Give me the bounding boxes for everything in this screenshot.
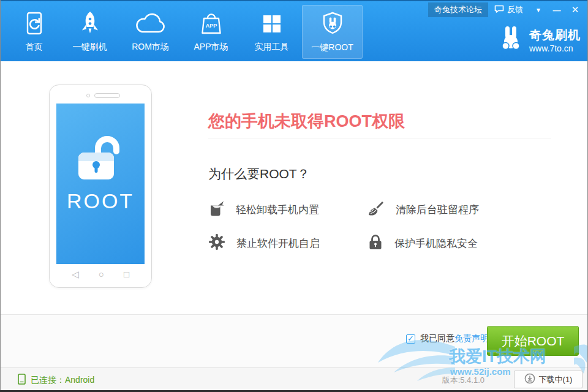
download-label: 下载中(1) [539, 374, 573, 385]
phone-speaker-slot [94, 93, 120, 98]
minimize-button[interactable]: — [548, 6, 566, 15]
connection-status: 已连接：Android [18, 374, 94, 386]
tab-tools[interactable]: 实用工具 [241, 5, 302, 59]
feedback-button[interactable]: 反馈 [488, 2, 529, 17]
download-circle-icon [524, 373, 535, 386]
agree-checkbox[interactable] [406, 334, 415, 344]
agree-label: 我已同意 [420, 333, 454, 344]
tab-flash[interactable]: 一键刷机 [59, 5, 120, 59]
android-recents-icon: □ [124, 269, 129, 280]
shield-rabbit-icon [320, 10, 345, 40]
app-bag-icon: APP [198, 10, 224, 39]
download-status-button[interactable]: 下载中(1) [514, 371, 582, 388]
grid-icon [260, 10, 284, 39]
phone-screen-root-label: ROOT [67, 189, 134, 213]
forum-button[interactable]: 奇兔技术论坛 [428, 2, 488, 17]
why-root-heading: 为什么要ROOT？ [208, 165, 310, 183]
feature-label: 保护手机隐私安全 [394, 236, 478, 251]
close-button[interactable]: ✕ [566, 4, 584, 15]
menu-chevron-down-icon[interactable]: ▼ [529, 7, 548, 13]
tab-rom-market[interactable]: ROM市场 [120, 5, 181, 59]
start-root-button[interactable]: 开始ROOT [487, 326, 579, 356]
disclaimer-link[interactable]: 免责声明 [454, 333, 489, 344]
home-refresh-icon [23, 10, 46, 39]
brand-name: 奇兔刷机 [529, 27, 581, 43]
brand-url: www.7to.cn [529, 43, 581, 53]
tab-label: 一键刷机 [73, 42, 107, 53]
phone-screen: ROOT [56, 104, 145, 264]
feedback-label: 反馈 [507, 4, 523, 15]
feature-label: 禁止软件开机自启 [236, 236, 320, 251]
lock-icon [368, 233, 383, 254]
tab-label: 首页 [26, 42, 43, 53]
titlebar-controls: 奇兔技术论坛 反馈 ▼ — ✕ [428, 3, 584, 17]
feature-uninstall: 轻松卸载手机内置 [208, 200, 319, 220]
green-phone-icon [18, 374, 26, 386]
android-back-icon: ◁ [72, 269, 79, 280]
connection-text: 已连接：Android [31, 375, 94, 386]
brush-icon [366, 200, 385, 220]
svg-text:APP: APP [205, 23, 217, 29]
feature-autostart: 禁止软件开机自启 [208, 233, 320, 253]
uninstall-icon [208, 200, 225, 220]
cloud-icon [135, 10, 167, 39]
phone-camera-dot [86, 94, 90, 97]
feature-privacy: 保护手机隐私安全 [368, 233, 478, 254]
tab-label: ROM市场 [132, 42, 169, 53]
version-text: 版本:5.4.1.0 [442, 375, 484, 386]
tab-app-market[interactable]: APP APP市场 [181, 5, 241, 59]
speech-bubble-icon [494, 5, 504, 15]
agree-row: 我已同意 免责声明 [406, 333, 489, 344]
tab-one-key-root[interactable]: 一键ROOT [302, 5, 363, 59]
app-window: 首页 一键刷机 [0, 0, 588, 392]
feature-label: 轻松卸载手机内置 [236, 203, 319, 217]
title-divider [208, 138, 551, 138]
header: 首页 一键刷机 [0, 0, 588, 61]
tab-home[interactable]: 首页 [9, 5, 59, 59]
tab-label: APP市场 [194, 42, 228, 53]
status-bar: 已连接：Android 版本:5.4.1.0 下载中(1) [1, 368, 587, 390]
phone-nav-buttons: ◁ ○ □ [50, 269, 151, 280]
feature-label: 清除后台驻留程序 [396, 203, 479, 217]
phone-illustration: ROOT ◁ ○ □ [49, 85, 152, 288]
rabbit-logo-icon [497, 24, 524, 55]
tab-label: 实用工具 [255, 42, 289, 53]
feature-clean: 清除后台驻留程序 [366, 200, 479, 220]
unlocked-padlock-icon [71, 133, 130, 183]
android-home-icon: ○ [99, 269, 104, 280]
nav-tabs: 首页 一键刷机 [9, 5, 363, 59]
tab-label: 一键ROOT [311, 42, 353, 53]
rocket-icon [77, 10, 104, 39]
brand-logo: 奇兔刷机 www.7to.cn [497, 24, 581, 55]
gear-icon [208, 233, 225, 253]
page-title: 您的手机未取得ROOT权限 [208, 110, 405, 132]
